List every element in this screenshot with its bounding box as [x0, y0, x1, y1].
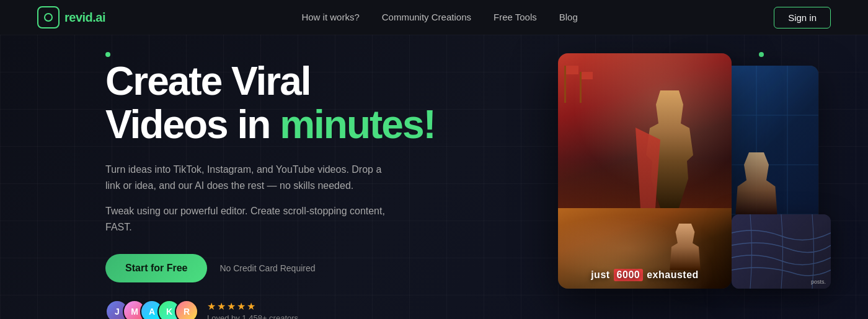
hero-subtitle-1: Turn ideas into TikTok, Instagram, and Y…	[105, 162, 391, 194]
video-card-main: ⏸	[558, 53, 732, 289]
card-inner: ⏸	[558, 53, 732, 289]
logo-icon	[37, 6, 60, 28]
nav-link-community[interactable]: Community Creations	[382, 12, 471, 22]
caption-post: exhausted	[647, 269, 699, 281]
video-frame-bottom: just 6000 exhausted	[558, 208, 732, 289]
small-card-text: posts.	[811, 279, 826, 285]
star-rating: ★★★★★	[207, 300, 298, 312]
avatar-group: J M A K R	[105, 300, 198, 319]
nav-link-free-tools[interactable]: Free Tools	[494, 12, 537, 22]
hero-section: Create Viral Videos in minutes! Turn ide…	[105, 59, 465, 319]
small-card-inner: posts.	[732, 214, 831, 289]
proof-text: ★★★★★ Loved by 1,458+ creators	[207, 300, 298, 319]
hero-cta: Start for Free No Credit Card Required	[105, 254, 465, 282]
caption-highlight: 6000	[614, 269, 644, 281]
proof-label: Loved by 1,458+ creators	[207, 313, 298, 319]
start-for-free-button[interactable]: Start for Free	[105, 254, 207, 282]
navbar: revid.ai How it works? Community Creatio…	[0, 0, 868, 35]
no-credit-card-label: No Credit Card Required	[219, 263, 315, 273]
nav-links: How it works? Community Creations Free T…	[301, 12, 577, 23]
decorative-dot-left	[105, 52, 110, 57]
main-wrapper: Create Viral Videos in minutes! Turn ide…	[0, 35, 868, 319]
avatar: R	[175, 300, 198, 319]
nav-right: Sign in	[774, 7, 831, 28]
nav-link-how-it-works[interactable]: How it works?	[301, 12, 359, 22]
signin-button[interactable]: Sign in	[774, 7, 831, 28]
logo[interactable]: revid.ai	[37, 6, 105, 28]
small-card-right: posts.	[732, 214, 831, 289]
social-proof: J M A K R ★★★★★ Loved by 1,458+ creators	[105, 300, 465, 319]
logo-text: revid.ai	[64, 11, 105, 25]
nav-link-blog[interactable]: Blog	[559, 12, 578, 22]
caption-pre: just	[591, 269, 609, 281]
map-lines	[732, 214, 831, 289]
caption-bar: just 6000 exhausted	[558, 269, 732, 281]
hero-subtitle-2: Tweak using our powerful editor. Create …	[105, 203, 391, 236]
hero-title: Create Viral Videos in minutes!	[105, 59, 465, 147]
video-frame-top	[558, 53, 732, 208]
video-area: HAPP ⏸	[558, 41, 818, 313]
